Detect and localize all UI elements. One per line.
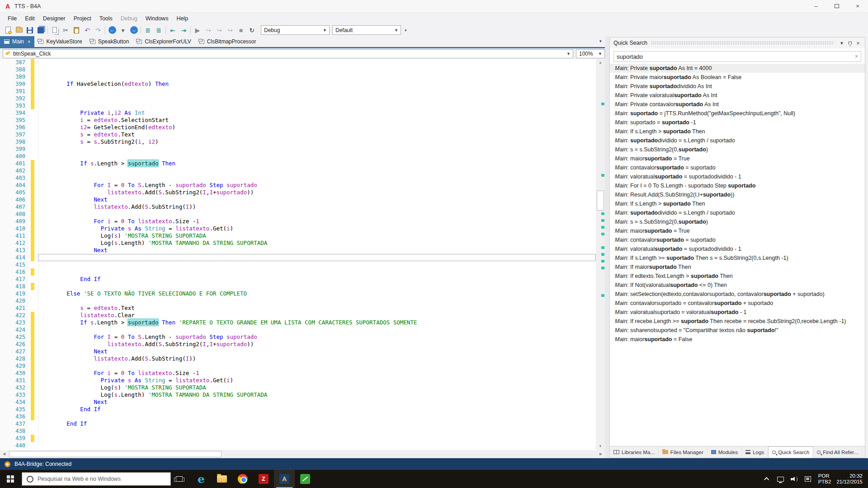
menu-tools[interactable]: Tools xyxy=(95,14,117,23)
code-line[interactable]: 400 xyxy=(0,153,596,160)
taskbar-explorer-icon[interactable] xyxy=(212,470,232,488)
taskbar-b4a-icon[interactable]: A xyxy=(274,470,295,488)
scroll-right-arrow-icon[interactable]: ▶ xyxy=(597,450,605,458)
code-line[interactable]: 411Log(s) 'MOSTRA STRING SUPORTADA xyxy=(0,232,596,239)
search-result-row[interactable]: Main: If s.Length > suportado Then xyxy=(610,127,865,136)
code-line[interactable]: 399 xyxy=(0,145,596,153)
run-icon[interactable]: ▶ xyxy=(192,25,203,35)
step-into-icon[interactable]: ↪ xyxy=(203,25,214,35)
code-line[interactable]: 424 xyxy=(0,326,596,333)
indent-increase-icon[interactable]: ⇥ xyxy=(178,25,189,35)
search-result-row[interactable]: Main: Result.Add(S.SubString2(I,I+suport… xyxy=(610,190,865,199)
code-line[interactable]: 395i = edtexto.SelectionStart xyxy=(0,117,596,124)
code-line[interactable]: 431Private s As String = listatexto.Get(… xyxy=(0,377,596,384)
panel-tab-find-all-refer-[interactable]: Find All Refer... xyxy=(813,446,862,458)
scroll-left-arrow-icon[interactable]: ◀ xyxy=(0,450,8,458)
code-line[interactable]: 387 xyxy=(0,59,596,66)
code-line[interactable]: 425For I = 0 To S.Length - suportado Ste… xyxy=(0,333,596,341)
search-result-row[interactable]: Main: maiorsuportado = False xyxy=(610,335,865,344)
code-line[interactable]: 397s = edtexto.Text xyxy=(0,131,596,138)
search-result-row[interactable]: Main: If Not(valoratualsuportado <= 0) T… xyxy=(610,281,865,290)
code-line[interactable]: 407listatexto.Add(S.SubString(I)) xyxy=(0,203,596,211)
taskbar-search-box[interactable]: Pesquisar na Web e no Windows xyxy=(22,472,171,486)
uncomment-icon[interactable]: ≣ xyxy=(153,25,164,35)
hidden-icons-chevron[interactable] xyxy=(760,470,774,488)
quick-search-input[interactable]: suportado × xyxy=(613,51,861,62)
search-result-row[interactable]: Main: If maiorsuportado Then xyxy=(610,263,865,272)
code-line[interactable]: 409For i = 0 To listatexto.Size -1 xyxy=(0,218,596,225)
code-line[interactable]: 403 xyxy=(0,174,596,182)
editor-zoom-combo[interactable]: 100% ▼ xyxy=(576,49,605,58)
step-out-icon[interactable]: ↪ xyxy=(225,25,236,35)
code-line[interactable]: 390If HaveSelection(edtexto) Then xyxy=(0,80,596,88)
code-line[interactable]: 422listatexto.Clear xyxy=(0,312,596,319)
back-history-caret-icon[interactable]: ▾ xyxy=(118,25,128,35)
menu-file[interactable]: File xyxy=(4,14,21,23)
code-line[interactable]: 416 xyxy=(0,268,596,276)
code-lines[interactable]: 387388389390If HaveSelection(edtexto) Th… xyxy=(0,59,596,449)
search-result-row[interactable]: Main: contavalorsuportado = suportado xyxy=(610,163,865,172)
chevron-down-icon[interactable]: ▼ xyxy=(838,41,846,46)
search-result-row[interactable]: Main: setSelection(edtexto,contavalorsup… xyxy=(610,290,865,299)
search-result-row[interactable]: Main: Private suportadodividido As Int xyxy=(610,82,865,91)
code-line[interactable]: 435End If xyxy=(0,406,596,413)
search-result-row[interactable]: Main: If edtexto.Text.Length > suportado… xyxy=(610,272,865,281)
code-line[interactable]: 413Next xyxy=(0,247,596,254)
search-result-row[interactable]: Main: suportado = jTTS.RunMethod("getMax… xyxy=(610,109,865,118)
code-line[interactable]: 432Log(s) 'MOSTRA STRING SUPORTADA xyxy=(0,384,596,391)
tab-speakbutton[interactable]: SpeakButton xyxy=(86,36,133,47)
code-line[interactable]: 410Private s As String = listatexto.Get(… xyxy=(0,225,596,232)
redo-icon[interactable]: ↷ xyxy=(93,25,104,35)
code-line[interactable]: 428listatexto.Add(S.SubString(I)) xyxy=(0,355,596,362)
tab-keyvaluestore[interactable]: KeyValueStore xyxy=(34,36,86,47)
action-center-icon[interactable] xyxy=(801,470,815,488)
pin-icon[interactable] xyxy=(846,41,854,46)
vertical-scrollbar[interactable]: ▲ ▼ xyxy=(596,59,605,450)
save-icon[interactable] xyxy=(24,25,35,35)
horizontal-scrollbar[interactable]: ◀ ▶ xyxy=(0,450,605,458)
search-result-row[interactable]: Main: s = s.SubString2(0,suportado) xyxy=(610,145,865,154)
search-result-row[interactable]: Main: contavalorsuportado = contavalorsu… xyxy=(610,299,865,308)
menu-windows[interactable]: Windows xyxy=(142,14,173,23)
panel-header[interactable]: Quick Search ▼ × xyxy=(610,38,865,48)
code-line[interactable]: 391 xyxy=(0,88,596,95)
volume-icon[interactable] xyxy=(788,470,801,488)
language-indicator[interactable]: POR PTB2 xyxy=(815,473,835,485)
search-result-row[interactable]: Main: suportadodividido = s.Length / sup… xyxy=(610,208,865,217)
clock[interactable]: 20:32 21/12/2015 xyxy=(835,473,868,485)
menu-designer[interactable]: Designer xyxy=(39,14,70,23)
code-line[interactable]: 408 xyxy=(0,211,596,218)
scroll-down-arrow-icon[interactable]: ▼ xyxy=(596,442,605,450)
menu-help[interactable]: Help xyxy=(172,14,192,23)
indent-decrease-icon[interactable]: ⇤ xyxy=(167,25,178,35)
code-line[interactable]: 421s = edtexto.Text xyxy=(0,305,596,312)
search-result-row[interactable]: Main: maiorsuportado = True xyxy=(610,226,865,235)
search-result-row[interactable]: Main: If recebe.Length >= suportado Then… xyxy=(610,317,865,326)
navigate-forward-icon[interactable]: → xyxy=(128,25,139,35)
code-line[interactable]: 402 xyxy=(0,167,596,174)
search-result-row[interactable]: Main: ssharenotsuported = "Compartilhar … xyxy=(610,326,865,335)
code-line[interactable]: 433Log(s.Length) 'MOSTRA TAMANHO DA STRI… xyxy=(0,391,596,399)
code-line[interactable]: 418 xyxy=(0,283,596,290)
panel-splitter[interactable] xyxy=(605,36,609,458)
code-line[interactable]: 427Next xyxy=(0,348,596,355)
search-result-row[interactable]: Main: Private valoratualsuportado As Int xyxy=(610,91,865,100)
code-line[interactable]: 401If s.Length > suportado Then xyxy=(0,160,596,167)
panel-drag-grip[interactable] xyxy=(651,41,834,45)
close-icon[interactable]: × xyxy=(854,40,862,47)
code-line[interactable]: 420 xyxy=(0,297,596,305)
menu-debug[interactable]: Debug xyxy=(117,14,142,23)
tab-list-chevron-icon[interactable]: ▾ xyxy=(599,39,602,43)
step-over-icon[interactable]: ↪ xyxy=(214,25,225,35)
restart-icon[interactable]: ↻ xyxy=(246,25,257,35)
code-line[interactable]: 417End If xyxy=(0,276,596,283)
code-line[interactable]: 438 xyxy=(0,427,596,435)
close-button[interactable]: × xyxy=(847,0,868,12)
search-result-row[interactable]: Main: If s.Length >= suportado Then s = … xyxy=(610,253,865,263)
code-line[interactable]: 415 xyxy=(0,261,596,268)
code-line[interactable]: 436 xyxy=(0,413,596,420)
search-result-row[interactable]: Main: suportadodividido = s.Length / sup… xyxy=(610,136,865,145)
code-line[interactable]: 392 xyxy=(0,95,596,102)
cut-icon[interactable]: ✂ xyxy=(60,25,71,35)
stop-icon[interactable]: ■ xyxy=(236,25,246,35)
